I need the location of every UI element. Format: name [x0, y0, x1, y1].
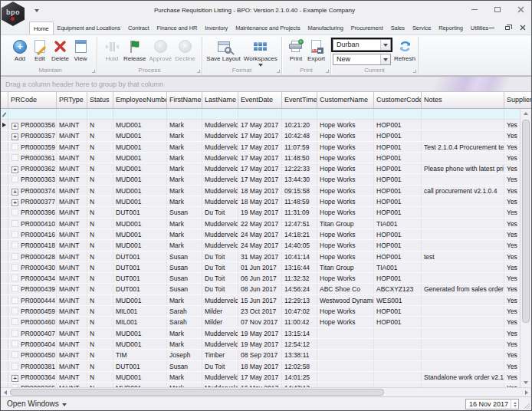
release-button[interactable]: Release	[122, 38, 147, 63]
mdi-close-button[interactable]	[518, 24, 527, 31]
table-row[interactable]: +PR0000356MAINTNMUD001MarkMudderveld17 M…	[1, 120, 520, 130]
close-button[interactable]	[514, 4, 527, 15]
table-row[interactable]: PR0000361MAINTNMUD001MarkMudderveld17 Ma…	[1, 153, 520, 163]
maximize-button[interactable]	[491, 4, 504, 15]
tab-inventory[interactable]: Inventory	[201, 21, 232, 35]
table-row[interactable]: PR0000450MAINTNTIMJosephTimber08 Sep 201…	[1, 350, 520, 360]
process-dialog-launcher-icon[interactable]	[197, 70, 200, 73]
refresh-button[interactable]: Refresh	[393, 38, 416, 63]
mdi-minimize-button[interactable]	[488, 24, 496, 31]
column-header-prcode[interactable]: PRCode	[8, 92, 57, 108]
delete-button[interactable]: Delete	[50, 38, 71, 63]
table-row[interactable]: +PR0000364MAINTNMUD001MarkMudderveld17 M…	[1, 372, 520, 383]
save-layout-button[interactable]: Save Layout	[205, 38, 241, 63]
status-combobox[interactable]: New	[333, 54, 391, 65]
scroll-down-icon[interactable]	[521, 378, 531, 387]
table-row[interactable]: PR0000434MAINTNDUT001SusanDu Toit06 Jun …	[1, 273, 520, 284]
current-dialog-launcher-icon[interactable]	[413, 70, 416, 73]
table-row[interactable]: +PR0000357MAINTNMUD001MarkMudderveld17 M…	[1, 130, 520, 141]
table-row[interactable]: PR0000407MAINTNMUD001MarkMudderveld19 Ma…	[1, 328, 520, 339]
row-expand-button[interactable]: +	[11, 189, 18, 196]
table-row[interactable]: PR0000428MAINTNDUT001SusanDu Toit31 May …	[1, 252, 520, 262]
date-spinner[interactable]	[511, 399, 518, 409]
filter-cell-supplier[interactable]	[504, 109, 520, 119]
site-combobox-dropdown-icon[interactable]	[380, 40, 390, 50]
edit-button[interactable]: Edit	[30, 38, 50, 63]
column-header-supplier[interactable]: SupplierEx	[504, 92, 531, 108]
tab-reporting[interactable]: Reporting	[435, 21, 467, 35]
filter-cell-date[interactable]	[238, 109, 282, 119]
tab-manufacturing[interactable]: Manufacturing	[304, 21, 347, 35]
tab-maintenance-and-projects[interactable]: Maintenance and Projects	[232, 21, 304, 35]
scroll-up-icon[interactable]	[521, 109, 531, 118]
horizontal-scrollbar-thumb[interactable]	[10, 389, 384, 396]
filter-cell-employee[interactable]	[113, 109, 167, 119]
column-header-notes[interactable]: Notes	[422, 92, 504, 108]
column-header-time[interactable]: EventTime	[282, 92, 317, 108]
mdi-restore-button[interactable]	[503, 24, 511, 31]
column-header-customer[interactable]: CustomerName	[317, 92, 374, 108]
print-dialog-launcher-icon[interactable]	[326, 70, 329, 73]
table-row[interactable]: PR0000410MAINTNMUD001MarkMudderveld22 Ma…	[1, 219, 520, 229]
filter-cell-status[interactable]	[87, 109, 113, 119]
column-header-date[interactable]: EventDate	[238, 92, 282, 108]
table-row[interactable]: PR0000359MAINTNMUD001MarkMudderveld17 Ma…	[1, 142, 520, 153]
filter-cell-first[interactable]	[167, 109, 202, 119]
format-dialog-launcher-icon[interactable]	[277, 70, 280, 73]
column-header-status[interactable]: Status	[87, 92, 113, 108]
open-windows-button[interactable]: Open Windows	[7, 399, 67, 408]
tab-contract[interactable]: Contract	[124, 21, 153, 35]
group-by-panel[interactable]: Drag a column header here to group by th…	[1, 77, 531, 92]
table-row[interactable]: PR0000439MAINTNDUT001SusanDu Toit08 Jun …	[1, 284, 520, 294]
column-header-code[interactable]: CustomerCode	[374, 92, 422, 108]
table-row[interactable]: PR0000459MAINTNMIL001SarahMilder23 Oct 2…	[1, 306, 520, 317]
tab-sales[interactable]: Sales	[387, 21, 409, 35]
horizontal-scrollbar[interactable]	[1, 387, 531, 396]
tab-procurement[interactable]: Procurement	[347, 21, 387, 35]
vertical-scrollbar[interactable]	[520, 109, 531, 387]
print-button[interactable]: Print	[286, 38, 306, 63]
table-row[interactable]: PR0000381MAINTNDUT001SusanDu Toit18 May …	[1, 361, 520, 372]
table-row[interactable]: +PR0000377MAINTNMUD001MarkMudderveld18 M…	[1, 196, 520, 207]
tab-equipment-and-locations[interactable]: Equipment and Locations	[54, 21, 124, 35]
filter-cell-time[interactable]	[282, 109, 317, 119]
filter-cell-customer[interactable]	[317, 109, 374, 119]
vertical-scrollbar-thumb[interactable]	[522, 120, 530, 323]
row-expand-button[interactable]: +	[11, 375, 18, 382]
resize-grip-icon[interactable]	[524, 403, 530, 409]
quick-access-dropdown-icon[interactable]	[34, 9, 39, 12]
column-header-last[interactable]: LastName	[202, 92, 238, 108]
column-header-prtype[interactable]: PRType	[57, 92, 87, 108]
minimize-button[interactable]	[468, 4, 481, 15]
row-expand-button[interactable]: +	[11, 123, 18, 130]
row-expand-button[interactable]: +	[11, 166, 18, 173]
filter-cell-last[interactable]	[202, 109, 238, 119]
auto-filter-row[interactable]	[1, 109, 520, 120]
tab-home[interactable]: Home	[29, 21, 54, 35]
filter-cell-code[interactable]	[374, 109, 422, 119]
view-button[interactable]: View	[71, 38, 90, 63]
table-row[interactable]: PR0000416MAINTNMUD001MarkMudderveld24 Ma…	[1, 229, 520, 240]
row-expand-button[interactable]: +	[11, 199, 18, 206]
filter-cell-prcode[interactable]	[8, 109, 57, 119]
table-row[interactable]: +PR0000374MAINTNMUD001MarkMudderveld18 M…	[1, 186, 520, 196]
table-row[interactable]: +PR0000362MAINTNMUD001MarkMudderveld17 M…	[1, 163, 520, 174]
site-combobox[interactable]: Durban	[333, 39, 391, 51]
table-row[interactable]: PR0000363MAINTNMUD001MarkMudderveld17 Ma…	[1, 174, 520, 185]
date-editor[interactable]: 16 Nov 2017	[465, 399, 519, 409]
column-header-first[interactable]: FirstName	[167, 92, 202, 108]
scroll-right-icon[interactable]	[522, 388, 531, 396]
export-button[interactable]: XLSX Export	[306, 38, 327, 63]
workspaces-button[interactable]: Workspaces	[242, 38, 279, 67]
scroll-left-icon[interactable]	[1, 388, 10, 396]
table-row[interactable]: PR0000430MAINTNDUT001SusanDu Toit01 Jun …	[1, 262, 520, 273]
table-row[interactable]: PR0000418MAINTNMUD001MarkMudderveld24 Ma…	[1, 240, 520, 251]
status-combobox-dropdown-icon[interactable]	[380, 54, 390, 64]
table-row[interactable]: PR0000396MAINTNDUT001SusanDu Toit19 May …	[1, 207, 520, 218]
table-row[interactable]: PR0000444MAINTNMUD001MarkMudderveld15 Ju…	[1, 295, 520, 306]
filter-cell-notes[interactable]	[422, 109, 504, 119]
add-button[interactable]: + Add	[10, 38, 30, 63]
maintain-dialog-launcher-icon[interactable]	[92, 70, 95, 73]
table-row[interactable]: PR0000460MAINTNMIL001SarahMilder07 Nov 2…	[1, 317, 520, 327]
filter-cell-prtype[interactable]	[57, 109, 87, 119]
